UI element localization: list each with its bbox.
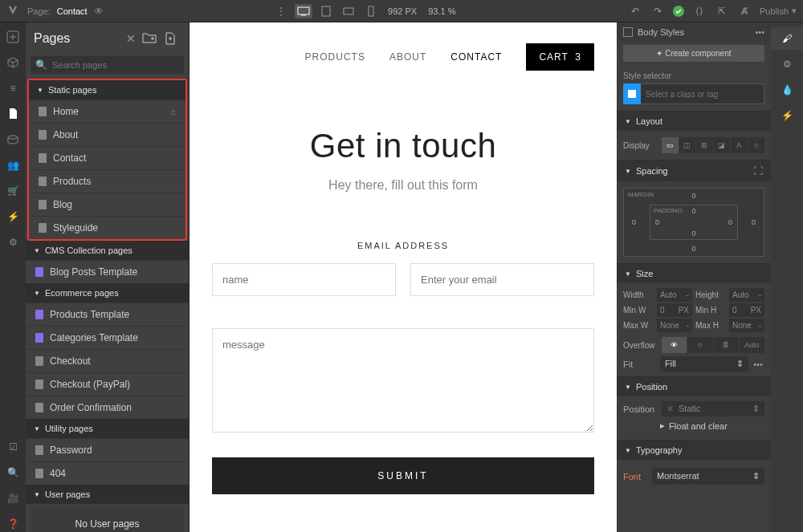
- display-inline-icon[interactable]: A: [731, 137, 748, 153]
- page-item-order-confirmation[interactable]: Order Confirmation: [26, 396, 189, 419]
- cms-icon[interactable]: [5, 132, 21, 148]
- redo-icon[interactable]: ↷: [650, 4, 665, 18]
- pages-search[interactable]: 🔍: [31, 56, 184, 74]
- display-grid-icon[interactable]: ⊞: [696, 137, 713, 153]
- status-ok-icon[interactable]: [673, 6, 684, 17]
- width-input[interactable]: Auto-: [657, 288, 692, 302]
- help-icon[interactable]: ❓: [5, 516, 21, 532]
- settings-gear-icon[interactable]: ⚙: [5, 234, 21, 250]
- page-item-blog-template[interactable]: Blog Posts Template: [26, 260, 189, 283]
- hero-subtitle[interactable]: Hey there, fill out this form: [212, 178, 594, 193]
- overflow-auto-button[interactable]: Auto: [740, 337, 764, 353]
- section-user-pages[interactable]: ▼User pages: [26, 485, 189, 504]
- cube-icon[interactable]: [5, 55, 21, 71]
- section-ecommerce-pages[interactable]: ▼Ecommerce pages: [26, 283, 189, 303]
- submit-button[interactable]: SUBMIT: [212, 457, 594, 494]
- spacing-editor[interactable]: MARGIN 0 0 0 0 PADDING 0 0 0 0: [623, 188, 764, 257]
- section-size[interactable]: ▼Size: [617, 264, 771, 283]
- message-textarea[interactable]: [212, 328, 594, 433]
- settings-tab-icon[interactable]: ⚙: [771, 53, 803, 75]
- interactions-icon[interactable]: ⚡: [5, 209, 21, 225]
- more-dots-icon[interactable]: •••: [755, 27, 764, 37]
- interactions-tab-icon[interactable]: ⚡: [771, 104, 803, 127]
- cart-button[interactable]: CART 3: [526, 43, 594, 71]
- hero-title[interactable]: Get in touch: [212, 127, 594, 165]
- close-panel-icon[interactable]: ✕: [126, 32, 136, 45]
- add-element-icon[interactable]: [5, 29, 21, 45]
- display-flex-icon[interactable]: ◫: [679, 137, 696, 153]
- section-spacing[interactable]: ▼Spacing⛶: [617, 160, 771, 181]
- section-utility-pages[interactable]: ▼Utility pages: [26, 419, 189, 438]
- maxw-input[interactable]: None-: [657, 319, 692, 332]
- page-item-contact[interactable]: Contact: [29, 146, 185, 169]
- design-canvas[interactable]: PRODUCTS ABOUT CONTACT CART 3 Get in tou…: [190, 22, 617, 532]
- publish-button[interactable]: Publish ▾: [760, 6, 797, 16]
- font-select[interactable]: Montserrat⇕: [652, 468, 764, 485]
- page-item-products-template[interactable]: Products Template: [26, 303, 189, 326]
- selector-tag-icon[interactable]: [623, 83, 641, 104]
- device-desktop-icon[interactable]: [295, 4, 312, 18]
- video-icon[interactable]: 🎥: [5, 490, 21, 506]
- style-tab-icon[interactable]: 🖌: [771, 27, 803, 50]
- page-item-styleguide[interactable]: Styleguide: [29, 216, 185, 239]
- code-icon[interactable]: ⟨⟩: [692, 4, 707, 18]
- nav-link-about[interactable]: ABOUT: [389, 51, 426, 63]
- undo-icon[interactable]: ↶: [628, 4, 642, 18]
- page-item-password[interactable]: Password: [26, 438, 189, 461]
- kebab-menu-icon[interactable]: ⋮: [272, 4, 290, 18]
- display-inlineblock-icon[interactable]: ◪: [714, 137, 731, 153]
- zoom-level[interactable]: 93.1 %: [428, 6, 455, 16]
- page-item-products[interactable]: Products: [29, 169, 185, 193]
- display-block-icon[interactable]: ▭: [662, 137, 679, 153]
- position-select[interactable]: ✕Static⇕: [662, 401, 764, 416]
- section-position[interactable]: ▼Position: [617, 377, 771, 396]
- export-icon[interactable]: ⇱: [715, 4, 729, 18]
- effects-tab-icon[interactable]: 💧: [771, 79, 803, 101]
- style-selector-input[interactable]: [641, 83, 764, 104]
- minw-input[interactable]: 0PX: [657, 303, 692, 317]
- current-page-name[interactable]: Contact: [57, 6, 88, 16]
- overflow-hidden-icon[interactable]: ⦸: [687, 337, 712, 353]
- new-page-icon[interactable]: [165, 32, 181, 45]
- maxh-input[interactable]: None-: [729, 319, 764, 332]
- page-item-checkout-paypal[interactable]: Checkout (PayPal): [26, 372, 189, 396]
- section-layout[interactable]: ▼Layout: [617, 112, 771, 131]
- page-item-checkout[interactable]: Checkout: [26, 349, 189, 372]
- spacing-expand-icon[interactable]: ⛶: [753, 165, 763, 177]
- section-cms-pages[interactable]: ▼CMS Collection pages: [26, 241, 189, 260]
- page-item-404[interactable]: 404: [26, 461, 189, 485]
- display-none-icon[interactable]: ⦸: [748, 137, 765, 153]
- height-input[interactable]: Auto-: [729, 288, 764, 302]
- nav-link-contact[interactable]: CONTACT: [450, 51, 502, 63]
- float-clear-toggle[interactable]: ▸Float and clear: [623, 416, 764, 435]
- page-item-home[interactable]: Home⌂: [29, 99, 185, 123]
- nav-link-products[interactable]: PRODUCTS: [305, 51, 365, 63]
- page-item-about[interactable]: About: [29, 123, 185, 146]
- device-mobile-icon[interactable]: [362, 4, 380, 18]
- fit-more-icon[interactable]: •••: [752, 359, 764, 369]
- form-label-email[interactable]: EMAIL ADDRESS: [212, 241, 594, 250]
- device-tablet-icon[interactable]: [317, 4, 335, 18]
- ecommerce-icon[interactable]: 🛒: [5, 183, 21, 199]
- overflow-scroll-icon[interactable]: ≣: [714, 337, 739, 353]
- navigator-icon[interactable]: ≡: [5, 80, 21, 96]
- eye-icon[interactable]: 👁: [94, 6, 104, 17]
- minh-input[interactable]: 0PX: [729, 303, 764, 317]
- page-item-categories-template[interactable]: Categories Template: [26, 326, 189, 349]
- users-icon[interactable]: 👥: [5, 157, 21, 173]
- create-component-button[interactable]: ✦ Create component: [623, 45, 764, 62]
- email-input[interactable]: [410, 263, 594, 296]
- page-item-blog[interactable]: Blog: [29, 193, 185, 216]
- section-static-pages[interactable]: ▼Static pages: [29, 80, 185, 99]
- checklist-icon[interactable]: ☑: [5, 439, 21, 455]
- pages-search-input[interactable]: [52, 60, 179, 70]
- pages-icon[interactable]: [5, 106, 21, 122]
- section-typography[interactable]: ▼Typography: [617, 441, 771, 460]
- device-tablet-landscape-icon[interactable]: [340, 4, 357, 18]
- search-panel-icon[interactable]: 🔍: [5, 465, 21, 481]
- name-input[interactable]: [212, 263, 396, 296]
- fit-select[interactable]: Fill⇕: [660, 356, 748, 372]
- audit-icon[interactable]: Ⱥ: [737, 4, 752, 18]
- new-folder-icon[interactable]: [142, 32, 158, 45]
- overflow-visible-icon[interactable]: 👁: [662, 337, 687, 353]
